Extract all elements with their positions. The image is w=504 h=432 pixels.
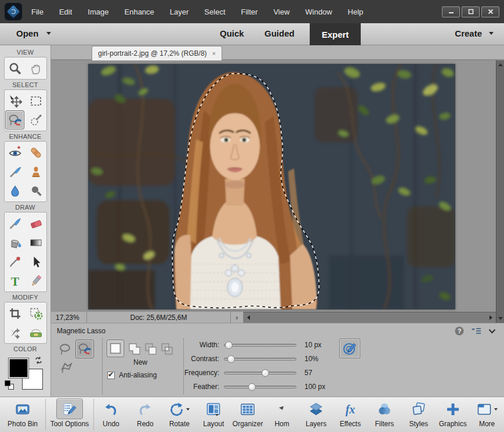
close-button[interactable] xyxy=(481,6,499,17)
scroll-left-icon[interactable] xyxy=(247,315,250,320)
paint-bucket-tool[interactable] xyxy=(5,233,24,252)
gradient-tool[interactable] xyxy=(26,233,45,252)
feather-slider[interactable] xyxy=(224,386,296,388)
red-eye-tool[interactable] xyxy=(5,143,24,162)
type-tool[interactable]: T xyxy=(5,271,24,290)
selection-mode-new[interactable] xyxy=(107,340,124,357)
toolbox-section-enhance: ENHANCE xyxy=(9,133,42,140)
antialiasing-checkbox[interactable] xyxy=(107,372,115,379)
taskbar-tool-options[interactable]: Tool Options xyxy=(46,397,93,432)
taskbar-styles[interactable]: Styles xyxy=(401,397,436,432)
foreground-color-swatch[interactable] xyxy=(8,358,29,379)
swap-colors-icon[interactable] xyxy=(34,356,44,365)
clone-stamp-tool[interactable] xyxy=(26,162,45,181)
zoom-tool[interactable] xyxy=(5,59,24,78)
taskbar-layers[interactable]: Layers xyxy=(299,397,333,432)
content-aware-move-tool[interactable] xyxy=(5,323,24,342)
canvas-area[interactable] xyxy=(51,60,496,312)
feather-slider-handle[interactable] xyxy=(248,383,256,391)
feather-slider-value: 100 px xyxy=(304,383,339,391)
taskbar-rotate[interactable]: Rotate xyxy=(162,397,197,432)
menu-image[interactable]: Image xyxy=(88,8,108,16)
taskbar-filters[interactable]: Filters xyxy=(367,397,401,432)
selection-mode-add[interactable] xyxy=(126,341,143,357)
photo-girl-portrait[interactable] xyxy=(88,64,455,309)
scroll-right-icon[interactable] xyxy=(490,315,492,320)
menu-edit[interactable]: Edit xyxy=(59,8,72,16)
magnetic-lasso-option[interactable] xyxy=(75,340,94,358)
taskbar-home[interactable]: Hom xyxy=(265,397,299,432)
sharpen-tool[interactable] xyxy=(26,181,45,200)
minimize-button[interactable] xyxy=(442,6,460,17)
smart-brush-tool[interactable] xyxy=(5,162,24,181)
refine-edge-button[interactable] xyxy=(339,339,360,358)
menu-window[interactable]: Window xyxy=(305,8,332,16)
taskbar-layout[interactable]: Layout xyxy=(197,397,231,432)
eyedropper-tool[interactable] xyxy=(5,252,24,271)
tab-guided[interactable]: Guided xyxy=(264,28,295,38)
menu-file[interactable]: File xyxy=(31,8,43,16)
document-tab[interactable]: girl-portrait-2.jpg @ 17,2% (RGB/8) × xyxy=(92,46,222,60)
contrast-slider-handle[interactable] xyxy=(227,355,235,363)
brush-tool[interactable] xyxy=(5,214,24,233)
width-slider[interactable] xyxy=(224,344,296,347)
pencil-tool[interactable] xyxy=(26,271,45,290)
horizontal-scrollbar[interactable] xyxy=(244,312,496,323)
menu-enhance[interactable]: Enhance xyxy=(125,8,154,16)
document-tab-close-icon[interactable]: × xyxy=(212,50,216,57)
selection-mode-subtract[interactable] xyxy=(143,341,159,357)
antialiasing-control[interactable]: Anti-aliasing xyxy=(107,371,157,379)
move-tool[interactable] xyxy=(5,91,24,110)
open-button[interactable]: Open xyxy=(16,28,51,38)
vertical-scrollbar[interactable] xyxy=(496,60,504,323)
spot-healing-tool[interactable] xyxy=(26,143,45,162)
taskbar-more[interactable]: More xyxy=(470,397,504,432)
crop-tool[interactable] xyxy=(5,304,24,323)
straighten-tool[interactable] xyxy=(26,323,45,342)
tab-quick[interactable]: Quick xyxy=(220,28,244,38)
rotate-dropdown-icon[interactable] xyxy=(186,408,190,411)
taskbar-undo[interactable]: Undo xyxy=(94,397,128,432)
filters-icon xyxy=(377,402,392,417)
frequency-slider-handle[interactable] xyxy=(262,369,269,377)
quick-selection-tool[interactable] xyxy=(26,110,45,129)
menu-view[interactable]: View xyxy=(273,8,289,16)
home-label: Hom xyxy=(274,420,289,428)
taskbar-effects[interactable]: fx Effects xyxy=(333,397,367,432)
recompose-tool[interactable] xyxy=(26,304,45,323)
rect-marquee-tool[interactable] xyxy=(26,91,45,110)
eraser-tool[interactable] xyxy=(26,214,45,233)
default-colors-icon[interactable] xyxy=(5,380,14,390)
selection-mode-intersect[interactable] xyxy=(159,341,175,357)
menu-help[interactable]: Help xyxy=(348,8,364,16)
width-slider-handle[interactable] xyxy=(225,341,233,349)
help-icon[interactable]: ? xyxy=(455,326,464,336)
magnetic-lasso-tool[interactable] xyxy=(5,110,24,129)
doc-size-field[interactable]: Doc: 25,6M/25,6M xyxy=(87,312,231,323)
zoom-level-field[interactable]: 17,23% xyxy=(51,312,87,323)
taskbar-photo-bin[interactable]: Photo Bin xyxy=(0,397,45,432)
polygonal-lasso-option[interactable] xyxy=(58,359,75,376)
scroll-down-icon[interactable] xyxy=(498,317,503,320)
more-dropdown-icon[interactable] xyxy=(494,408,498,411)
frequency-slider[interactable] xyxy=(224,372,296,375)
contrast-slider[interactable] xyxy=(224,358,296,361)
chevron-down-icon[interactable] xyxy=(488,329,496,334)
menu-select[interactable]: Select xyxy=(204,8,225,16)
hand-tool[interactable] xyxy=(26,59,45,78)
doc-size-value: Doc: 25,6M/25,6M xyxy=(130,314,187,322)
tab-expert[interactable]: Expert xyxy=(310,23,361,45)
menu-layer[interactable]: Layer xyxy=(170,8,189,16)
taskbar-graphics[interactable]: Graphics xyxy=(436,397,470,432)
taskbar-redo[interactable]: Redo xyxy=(128,397,162,432)
status-expand-button[interactable]: › xyxy=(231,312,244,323)
lasso-tool-option[interactable] xyxy=(57,341,74,357)
taskbar-organizer[interactable]: Organizer xyxy=(231,397,265,432)
shape-select-tool[interactable] xyxy=(26,252,45,271)
panel-menu-icon[interactable] xyxy=(471,327,481,334)
blur-tool[interactable] xyxy=(5,181,24,200)
maximize-button[interactable] xyxy=(462,6,480,17)
create-button[interactable]: Create xyxy=(455,28,494,38)
scroll-up-icon[interactable] xyxy=(498,63,503,66)
menu-filter[interactable]: Filter xyxy=(241,8,258,16)
